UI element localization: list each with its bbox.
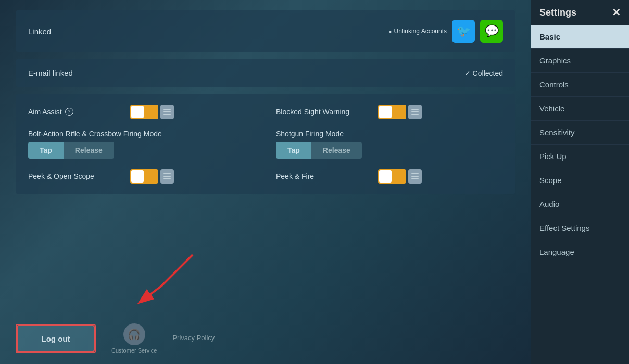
privacy-policy-underline — [172, 343, 215, 343]
settings-menu-item-effect[interactable]: Effect Settings — [531, 216, 629, 240]
aim-assist-help-icon[interactable]: ? — [65, 108, 73, 116]
settings-menu: Basic Graphics Controls Vehicle Sensitiv… — [531, 25, 629, 264]
logout-wrapper: Log out — [16, 324, 96, 353]
collected-label: ✓ Collected — [464, 69, 503, 77]
shotgun-buttons: Tap Release — [276, 142, 362, 159]
settings-panel: Settings ✕ Basic Graphics Controls Vehic… — [531, 0, 629, 364]
shotgun-item: Shotgun Firing Mode Tap Release — [276, 129, 503, 159]
toggle-handle-3 — [131, 170, 144, 183]
peek-scope-toggle[interactable] — [130, 169, 174, 184]
toggle-handle-4 — [379, 170, 392, 183]
settings-menu-item-audio[interactable]: Audio — [531, 192, 629, 216]
bottom-area: Log out 🎧 Customer Service Privacy Polic… — [16, 323, 215, 354]
unlink-text[interactable]: ⬥ Unlinking Accounts — [388, 28, 447, 35]
logout-button[interactable]: Log out — [17, 325, 95, 352]
wechat-symbol: 💬 — [485, 24, 499, 38]
privacy-policy[interactable]: Privacy Policy — [172, 334, 215, 343]
blocked-sight-item: Blocked Sight Warning — [276, 105, 503, 119]
settings-menu-item-graphics[interactable]: Graphics — [531, 49, 629, 73]
customer-service-label: Customer Service — [111, 347, 157, 354]
toggle-lines-3 — [160, 169, 174, 184]
linked-card: Linked ⬥ Unlinking Accounts 🐦 💬 — [16, 10, 515, 52]
linked-label: Linked — [28, 27, 51, 36]
toggle-handle — [131, 106, 144, 118]
privacy-policy-label[interactable]: Privacy Policy — [172, 334, 215, 342]
settings-menu-item-scope[interactable]: Scope — [531, 168, 629, 192]
toggle-lines-4 — [408, 169, 422, 184]
peek-fire-item: Peek & Fire — [276, 169, 503, 184]
settings-close-button[interactable]: ✕ — [612, 6, 621, 19]
controls-card: Aim Assist ? Blocked Sight Warning — [16, 94, 515, 194]
aim-assist-switch[interactable] — [130, 105, 158, 119]
aim-assist-toggle[interactable] — [130, 105, 174, 119]
settings-menu-item-sensitivity[interactable]: Sensitivity — [531, 121, 629, 145]
shotgun-tap-button[interactable]: Tap — [276, 142, 311, 159]
settings-menu-item-pickup[interactable]: Pick Up — [531, 145, 629, 168]
linked-right: ⬥ Unlinking Accounts 🐦 💬 — [388, 20, 503, 43]
blocked-sight-switch[interactable] — [378, 105, 406, 119]
customer-service-icon: 🎧 — [123, 323, 145, 345]
blocked-sight-label: Blocked Sight Warning — [276, 108, 370, 116]
customer-service[interactable]: 🎧 Customer Service — [111, 323, 157, 354]
settings-header: Settings ✕ — [531, 0, 629, 25]
peek-scope-switch[interactable] — [130, 169, 158, 184]
email-label: E-mail linked — [28, 69, 73, 77]
twitter-symbol: 🐦 — [457, 24, 471, 38]
aim-assist-item: Aim Assist ? — [28, 105, 255, 119]
peek-fire-toggle[interactable] — [378, 169, 422, 184]
peek-fire-label: Peek & Fire — [276, 172, 370, 180]
shotgun-label: Shotgun Firing Mode — [276, 129, 370, 138]
peek-fire-switch[interactable] — [378, 169, 406, 184]
aim-assist-label: Aim Assist ? — [28, 108, 122, 116]
peek-scope-item: Peek & Open Scope — [28, 169, 255, 184]
settings-menu-item-language[interactable]: Language — [531, 240, 629, 264]
wechat-icon[interactable]: 💬 — [480, 20, 503, 43]
settings-menu-item-basic[interactable]: Basic — [531, 25, 629, 49]
settings-title: Settings — [539, 7, 576, 18]
bolt-action-buttons: Tap Release — [28, 142, 114, 159]
toggle-lines — [160, 105, 174, 119]
settings-menu-item-vehicle[interactable]: Vehicle — [531, 97, 629, 121]
toggle-lines-2 — [408, 105, 422, 119]
controls-row-3: Peek & Open Scope Peek & Fire — [28, 169, 503, 184]
blocked-sight-toggle[interactable] — [378, 105, 422, 119]
peek-scope-label: Peek & Open Scope — [28, 172, 122, 180]
bolt-action-label: Bolt-Action Rifle & Crossbow Firing Mode — [28, 129, 162, 138]
settings-menu-item-controls[interactable]: Controls — [531, 73, 629, 97]
twitter-icon[interactable]: 🐦 — [452, 20, 475, 43]
toggle-handle-2 — [379, 106, 392, 118]
arrow-annotation — [109, 250, 213, 314]
main-content: Linked ⬥ Unlinking Accounts 🐦 💬 E-mail l… — [0, 0, 531, 364]
bolt-action-release-button[interactable]: Release — [64, 142, 114, 159]
shotgun-release-button[interactable]: Release — [311, 142, 362, 159]
bolt-action-tap-button[interactable]: Tap — [28, 142, 64, 159]
email-card: E-mail linked ✓ Collected — [16, 59, 515, 87]
controls-row-2: Bolt-Action Rifle & Crossbow Firing Mode… — [28, 129, 503, 159]
controls-row-1: Aim Assist ? Blocked Sight Warning — [28, 105, 503, 119]
bolt-action-item: Bolt-Action Rifle & Crossbow Firing Mode… — [28, 129, 255, 159]
